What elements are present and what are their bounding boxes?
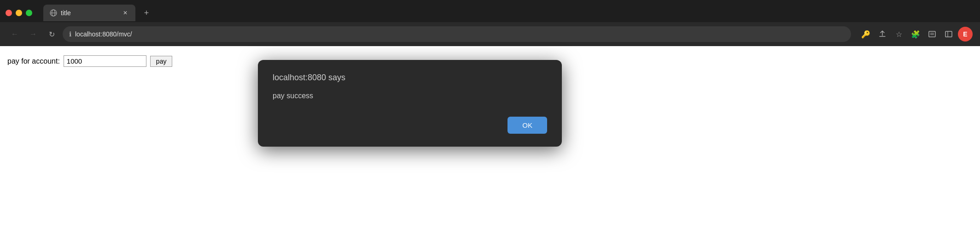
pay-label: pay for account: xyxy=(7,57,60,65)
active-tab[interactable]: title ✕ xyxy=(43,5,135,21)
dialog-ok-button[interactable]: OK xyxy=(508,117,547,134)
info-icon: ℹ xyxy=(69,30,71,38)
maximize-button[interactable] xyxy=(26,10,32,16)
address-text: localhost:8080/mvc/ xyxy=(75,30,845,38)
reading-list-icon[interactable] xyxy=(925,27,939,42)
toolbar-right: 🔑 ☆ 🧩 E xyxy=(858,27,973,42)
share-icon[interactable] xyxy=(875,27,890,42)
page-content: pay for account: pay localhost:8080 says… xyxy=(0,46,980,76)
dialog-origin: localhost:8080 says xyxy=(273,73,547,83)
new-tab-button[interactable]: + xyxy=(139,6,154,20)
dialog-footer: OK xyxy=(273,117,547,134)
browser-chrome: title ✕ + ← → ↻ ℹ localhost:8080/mvc/ 🔑 … xyxy=(0,0,980,76)
account-input[interactable] xyxy=(64,55,146,67)
sidebar-icon[interactable] xyxy=(941,27,956,42)
back-button[interactable]: ← xyxy=(7,27,22,42)
key-icon[interactable]: 🔑 xyxy=(858,27,873,42)
address-bar-input[interactable]: ℹ localhost:8080/mvc/ xyxy=(63,26,851,42)
alert-dialog: localhost:8080 says pay success OK xyxy=(258,60,562,147)
bookmark-icon[interactable]: ☆ xyxy=(892,27,906,42)
close-button[interactable] xyxy=(6,10,12,16)
extensions-icon[interactable]: 🧩 xyxy=(908,27,923,42)
globe-icon xyxy=(50,9,57,17)
forward-button[interactable]: → xyxy=(26,27,41,42)
tab-title: title xyxy=(61,9,118,17)
address-bar: ← → ↻ ℹ localhost:8080/mvc/ 🔑 ☆ 🧩 xyxy=(0,22,980,46)
avatar[interactable]: E xyxy=(958,27,973,42)
minimize-button[interactable] xyxy=(16,10,22,16)
pay-button[interactable]: pay xyxy=(150,56,173,67)
svg-rect-3 xyxy=(929,31,935,37)
tab-bar: title ✕ + xyxy=(0,0,980,22)
svg-rect-6 xyxy=(945,31,952,37)
dialog-message: pay success xyxy=(273,92,547,100)
window-controls xyxy=(6,10,32,16)
reload-button[interactable]: ↻ xyxy=(44,27,59,42)
tab-close-icon[interactable]: ✕ xyxy=(122,9,129,17)
